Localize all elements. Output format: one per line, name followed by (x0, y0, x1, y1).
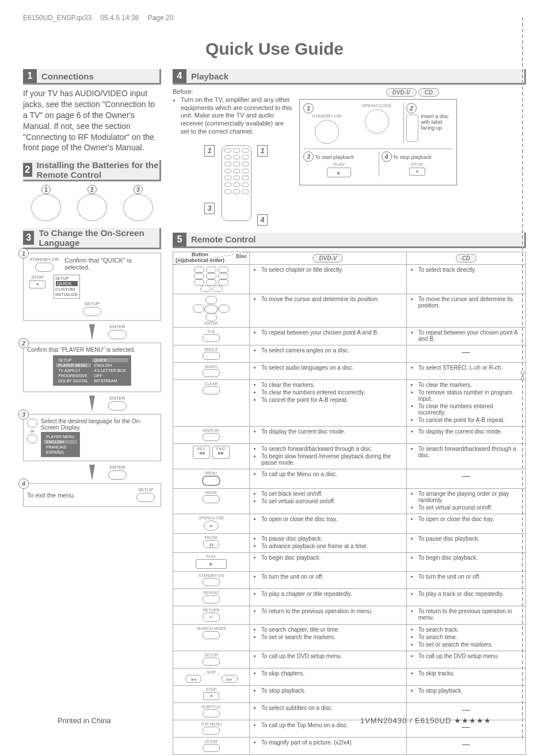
rc-row: ⎯ SKIP ⎯To skip chapters.To skip tracks. (173, 668, 526, 685)
rc-dvd-cell: To select chapter or title directly. (250, 264, 407, 294)
rc-dvd-cell: To select audio languages on a disc. (250, 362, 407, 379)
setup-button-diagram: SETUP (29, 301, 155, 316)
rc-head-cd: CD (406, 252, 525, 264)
rc-bullet: To remove status number in program input… (418, 389, 522, 402)
rc-bullet: To search time. (418, 634, 522, 640)
rc-cd-cell: — (406, 469, 525, 488)
battery-step-3-num: 3 (134, 185, 143, 194)
rc-cd-cell: To call up the DVD setup menu. (406, 651, 525, 668)
remote-control-table: Disc Button (Alphabetical order) DVD-V C… (173, 252, 526, 755)
rc-bullet: To move the cursor and determine its pos… (261, 296, 403, 302)
rc-bullet: To search forward/backward through a dis… (261, 446, 403, 452)
rc-button-cell: SETUP (173, 651, 250, 668)
rc-button-cell: DISPLAY (173, 426, 250, 443)
rc-cd-cell: To move the cursor and determine its pos… (406, 294, 525, 327)
section-3-title: To Change the On-Screen Language (39, 228, 159, 248)
rc-bullet: To begin slow forward /reverse playback … (261, 453, 403, 466)
rc-bullet: To advance playback one frame at a time. (261, 543, 403, 549)
rc-bullet: To skip tracks. (418, 670, 522, 677)
rc-bullet: To call up the Menu on a disc. (261, 471, 403, 477)
osd-r2b: 4:3 LETTER BOX (92, 368, 128, 373)
rc-bullet: To search track. (418, 626, 522, 633)
rc-bullet: To play a track or disc repeatedly. (418, 591, 522, 597)
rc-button-cell: ANGLE (173, 345, 250, 362)
enter-label-3: ENTER (108, 465, 127, 470)
rc-button-cell: MENU (173, 469, 250, 488)
rc-badge-cd: CD (456, 254, 476, 263)
badge-dvd: DVD-V (386, 88, 417, 97)
rc-cd-cell: To search forward/backward through a dis… (406, 443, 525, 469)
section-1-title: Connections (41, 71, 94, 81)
rc-dvd-cell: To pause disc playback.To advance playba… (250, 533, 407, 552)
rc-bullet: To clear the numbers entered incorrectly… (261, 389, 403, 396)
rc-dvd-cell: To call up the DVD setup menu. (250, 651, 407, 668)
rc-row: REV◀◀FWD▶▶To search forward/backward thr… (173, 443, 526, 469)
lang-step3-sel: Select the desired language for the On-S… (41, 418, 157, 431)
rc-row: AUDIOTo select audio languages on a disc… (173, 362, 526, 379)
lang-step4-exit: To exit the menu. (27, 492, 131, 499)
osd-r4b: BITSTREAM (92, 379, 128, 383)
rc-cd-cell: To arrange the playing order or play ran… (406, 488, 525, 514)
footer-right: 1VMN20430 / E6150UD ★★★★★ (360, 716, 491, 725)
remote-callout-1a: 1 (204, 145, 215, 157)
disc-badges: DVD-V CD (299, 88, 526, 97)
pb-step-3: 3 (303, 151, 314, 162)
pb-step-4: 4 (382, 151, 392, 162)
rc-bullet: To cancel the point for A-B repeat. (261, 397, 403, 403)
rc-bullet: To select chapter or title directly. (261, 267, 403, 273)
osd-r3b: OFF (92, 374, 128, 378)
osd-r2a: TV ASPECT (56, 368, 90, 373)
battery-step-1-num: 1 (41, 185, 51, 194)
lang-step-2: 2 Confirm that "PLAYER MENU" is selected… (23, 343, 161, 392)
rc-row: A-BTo repeat between your chosen point A… (173, 327, 526, 345)
osd-lm-o2: FRANCAIS (44, 445, 77, 449)
rc-cd-cell: To stop playback. (406, 685, 525, 702)
section-5-num: 5 (173, 233, 186, 246)
rc-dvd-cell: To stop playback. (250, 685, 407, 702)
arrow-3-4: ENTER (23, 465, 161, 481)
osd-h1: SETUP (56, 358, 90, 362)
rc-bullet: To stop playback. (261, 687, 403, 694)
rc-bullet: To pause disc playback. (418, 535, 522, 542)
rc-row: ZOOMTo magnify part of a picture. (x2/x4… (173, 737, 526, 754)
page-title: Quick Use Guide (23, 39, 526, 59)
rc-head-dvd: DVD-V (250, 252, 407, 264)
rc-bullet: To repeat between your chosen point A an… (418, 329, 522, 342)
battery-steps: 1 2 3 (23, 185, 161, 221)
enter-label-2: ENTER (108, 396, 127, 401)
standby-label: STANDBY-ON (29, 257, 59, 262)
rc-row: DISPLAYTo display the current disc mode.… (173, 426, 526, 443)
rc-button-cell: CLEAR (173, 379, 250, 426)
lang-step-4: 4 To exit the menu. SETUP (23, 483, 161, 507)
rc-cd-cell: To pause disc playback. (406, 533, 525, 552)
rc-row: RETURNTo return to the previous operatio… (173, 606, 526, 624)
section-4-header: 4 Playback (173, 69, 526, 85)
rc-bullet: To display the current disc mode. (418, 428, 522, 435)
rc-bullet: To turn the unit on or off. (261, 573, 403, 580)
rc-bullet: To call up the DVD setup menu. (418, 653, 522, 659)
rc-bullet: To set virtual surround on/off. (261, 498, 403, 504)
battery-step-2-num: 2 (87, 185, 97, 194)
rc-bullet: To display the current disc mode. (261, 428, 403, 435)
pb-step-1: 1 (303, 103, 314, 113)
scissors-icon: ✂ (516, 371, 529, 381)
rc-dvd-cell: To set black level on/off.To set virtual… (250, 488, 407, 514)
rc-dvd-cell: To skip chapters. (250, 668, 407, 685)
rc-button-cell: OPEN/CLOSE (173, 514, 250, 533)
section-5-title: Remote Control (191, 234, 256, 244)
rc-bullet: To cancel the point for A-B repeat. (418, 417, 522, 423)
rc-bullet: To set black level on/off. (261, 491, 403, 497)
rc-dvd-cell: To return to the previous operation in m… (250, 606, 407, 624)
rc-button-cell: A-B (173, 327, 250, 345)
rc-dvd-cell: To play a chapter or title repeatedly. (250, 588, 407, 606)
page: E6150UD_ENSP.qx33 05.4.5 14:38 Page 20 Q… (0, 0, 549, 756)
rc-dvd-cell: To begin disc playback. (250, 552, 407, 571)
remote-callout-4: 4 (257, 214, 268, 226)
pb-standby-label: STANDBY-ON (312, 113, 341, 119)
rc-cd-cell: To select STEREO, L-ch or R-ch. (406, 362, 525, 379)
rc-row: To select chapter or title directly.To s… (173, 264, 526, 294)
battery-step-1: 1 (31, 185, 61, 221)
section-5-header: 5 Remote Control (173, 233, 526, 248)
left-column: 1 Connections If your TV has AUDIO/VIDEO… (23, 69, 161, 755)
remote-callout-1b: 1 (257, 145, 268, 157)
